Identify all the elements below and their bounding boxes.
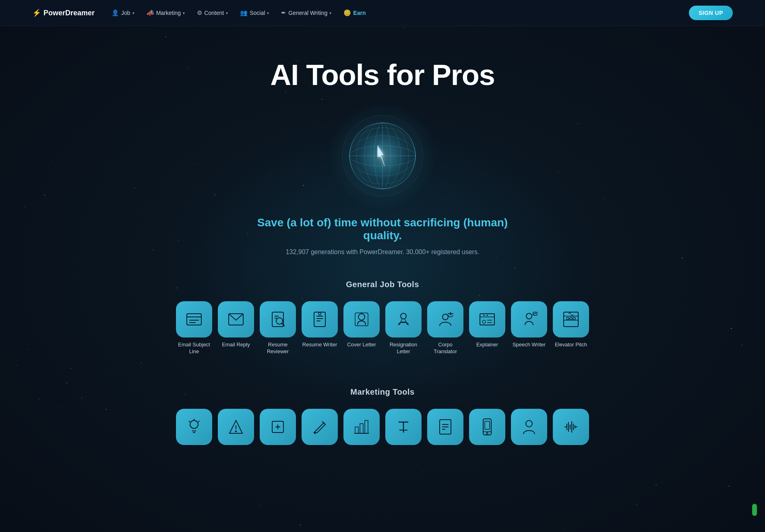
- hero-title: AI Tools for Pros: [270, 58, 495, 91]
- marketing-8-icon-box[interactable]: [469, 409, 505, 445]
- corpo-translator-icon-box[interactable]: [427, 301, 463, 337]
- explainer-icon-box[interactable]: [469, 301, 505, 337]
- job-tools-section: General Job Tools Email Subject Line: [0, 280, 765, 379]
- nav-social-label: Social: [250, 10, 265, 16]
- navbar: ⚡ PowerDreamer 👤 Job ▾ 📣 Marketing ▾ ⚙ C…: [0, 0, 765, 26]
- speech-writer-icon-box[interactable]: [511, 301, 547, 337]
- chevron-down-icon-3: ▾: [226, 11, 228, 15]
- svg-rect-24: [314, 312, 325, 327]
- speech-writer-icon: [519, 310, 539, 329]
- globe-svg: [338, 112, 427, 200]
- logo[interactable]: ⚡ PowerDreamer: [32, 8, 95, 17]
- tool-marketing-9[interactable]: [511, 409, 547, 449]
- tool-speech-writer[interactable]: Speech Writer: [511, 301, 547, 355]
- tool-marketing-5[interactable]: [343, 409, 380, 449]
- nav-item-general-writing[interactable]: ✒ General Writing ▾: [276, 7, 336, 19]
- marketing-7-icon-box[interactable]: [427, 409, 463, 445]
- tool-marketing-8[interactable]: [469, 409, 505, 449]
- elevator-pitch-icon-box[interactable]: [553, 301, 589, 337]
- job-tools-grid: Email Subject Line Email Reply: [24, 301, 741, 355]
- nav-item-content[interactable]: ⚙ Content ▾: [192, 7, 233, 19]
- lightbulb-icon: [184, 417, 204, 437]
- marketing-3-icon: [268, 417, 287, 437]
- svg-point-82: [486, 433, 488, 434]
- svg-point-12: [360, 134, 405, 178]
- marketing-5-icon-box[interactable]: [343, 409, 380, 445]
- people-icon: 👥: [240, 9, 248, 17]
- resume-reviewer-label: Resume Reviewer: [260, 342, 296, 355]
- resume-reviewer-icon: [268, 310, 287, 329]
- marketing-9-icon-box[interactable]: [511, 409, 547, 445]
- resume-reviewer-icon-box[interactable]: [260, 301, 296, 337]
- svg-rect-71: [365, 420, 368, 433]
- job-tools-title: General Job Tools: [24, 280, 741, 289]
- megaphone-icon: 📣: [147, 9, 154, 17]
- nav-writing-label: General Writing: [288, 10, 327, 16]
- svg-rect-83: [485, 421, 490, 429]
- marketing-7-icon: [436, 417, 455, 437]
- svg-point-28: [318, 313, 321, 315]
- marketing-10-icon-box[interactable]: [553, 409, 589, 445]
- coin-icon: 🪙: [343, 9, 351, 17]
- cover-letter-icon: [352, 310, 371, 329]
- pen-icon: ✒: [281, 9, 286, 17]
- marketing-3-icon-box[interactable]: [260, 409, 296, 445]
- globe-orb: [338, 112, 427, 200]
- marketing-6-icon: [394, 417, 413, 437]
- tool-email-reply[interactable]: Email Reply: [218, 301, 254, 355]
- nav-item-marketing[interactable]: 📣 Marketing ▾: [142, 7, 190, 19]
- elevator-pitch-label: Elevator Pitch: [555, 342, 587, 348]
- email-reply-icon-box[interactable]: [218, 301, 254, 337]
- tool-marketing-6[interactable]: [385, 409, 422, 449]
- svg-point-54: [573, 317, 575, 320]
- corpo-translator-icon: [436, 310, 455, 329]
- marketing-6-icon-box[interactable]: [385, 409, 422, 445]
- elevator-pitch-icon: [561, 310, 581, 329]
- tool-elevator-pitch[interactable]: Elevator Pitch: [553, 301, 589, 355]
- tool-corpo-translator[interactable]: Corpo Translator: [427, 301, 463, 355]
- mobile-icon: [478, 417, 497, 437]
- marketing-tools-section: Marketing Tools: [0, 379, 765, 449]
- svg-point-46: [526, 313, 532, 319]
- resume-writer-icon-box[interactable]: [302, 301, 338, 337]
- svg-point-63: [236, 431, 237, 432]
- tool-marketing-1[interactable]: [176, 409, 212, 449]
- marketing-4-icon-box[interactable]: [302, 409, 338, 445]
- tool-explainer[interactable]: Explainer: [469, 301, 505, 355]
- tool-marketing-3[interactable]: [260, 409, 296, 449]
- tool-email-subject[interactable]: Email Subject Line: [176, 301, 212, 355]
- tool-resume-writer[interactable]: Resume Writer: [302, 301, 338, 355]
- email-subject-icon-box[interactable]: [176, 301, 212, 337]
- nav-item-job[interactable]: 👤 Job ▾: [107, 7, 139, 19]
- tool-resignation-letter[interactable]: Resignation Letter: [385, 301, 422, 355]
- svg-line-47: [533, 313, 536, 315]
- marketing-tools-title: Marketing Tools: [24, 387, 741, 397]
- svg-point-36: [442, 314, 448, 320]
- chevron-down-icon-2: ▾: [183, 11, 185, 15]
- tool-marketing-10[interactable]: [553, 409, 589, 449]
- nav-item-social[interactable]: 👥 Social ▾: [235, 7, 274, 19]
- nav-marketing-label: Marketing: [156, 10, 181, 16]
- resignation-letter-icon-box[interactable]: [385, 301, 422, 337]
- tool-marketing-7[interactable]: [427, 409, 463, 449]
- marketing-1-icon-box[interactable]: [176, 409, 212, 445]
- email-reply-label: Email Reply: [222, 342, 250, 348]
- tool-resume-reviewer[interactable]: Resume Reviewer: [260, 301, 296, 355]
- tool-marketing-2[interactable]: [218, 409, 254, 449]
- cover-letter-icon-box[interactable]: [343, 301, 380, 337]
- tool-cover-letter[interactable]: Cover Letter: [343, 301, 380, 355]
- resignation-letter-icon: [394, 310, 413, 329]
- marketing-2-icon-box[interactable]: [218, 409, 254, 445]
- cover-letter-label: Cover Letter: [347, 342, 376, 348]
- signup-button[interactable]: SIGN UP: [689, 6, 733, 20]
- nav-item-earn[interactable]: 🪙 Earn: [339, 7, 370, 19]
- tool-marketing-4[interactable]: [302, 409, 338, 449]
- svg-rect-14: [187, 314, 201, 325]
- nav-job-label: Job: [121, 10, 130, 16]
- svg-point-29: [358, 314, 365, 320]
- gear-icon: ⚙: [197, 9, 202, 17]
- marketing-2-icon: [226, 417, 246, 437]
- svg-point-41: [482, 320, 486, 323]
- hero-tagline: Save (a lot of) time without sacrificing…: [242, 216, 523, 242]
- scroll-indicator: [752, 504, 757, 516]
